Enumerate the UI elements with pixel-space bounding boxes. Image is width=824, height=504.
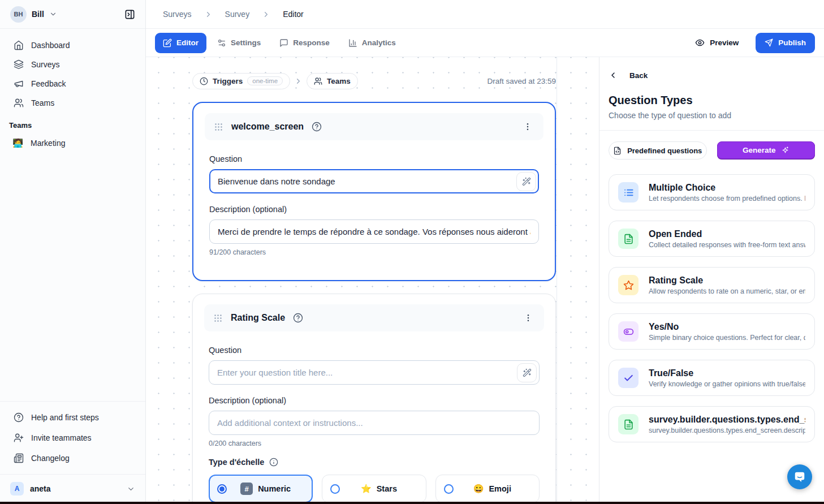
card-header: welcome_screen	[205, 113, 543, 140]
user-menu-button[interactable]: A aneta	[9, 481, 136, 497]
tab-editor[interactable]: Editor	[155, 33, 206, 53]
card-menu-button[interactable]	[521, 311, 535, 325]
smiley-emoji: 😀	[473, 484, 484, 494]
chevron-left-icon	[609, 71, 618, 80]
description-input-wrap	[209, 411, 540, 435]
type-description: Let respondents choose from predefined o…	[649, 195, 805, 203]
type-card-yes-no[interactable]: Yes/No Simple binary choice questions. P…	[609, 313, 815, 350]
user-name: aneta	[30, 484, 51, 493]
tab-analytics[interactable]: Analytics	[340, 33, 404, 53]
drag-handle-icon[interactable]	[214, 122, 223, 132]
ai-rewrite-button[interactable]	[517, 363, 537, 382]
triggers-chip[interactable]: Triggers one-time	[192, 73, 290, 89]
nav-label: Feedback	[31, 79, 66, 88]
type-card-true-false[interactable]: True/False Verify knowledge or gather op…	[609, 360, 815, 396]
kebab-icon	[523, 122, 532, 131]
description-input[interactable]	[209, 219, 539, 244]
scale-type-row: Type d'échelle	[209, 458, 540, 467]
generate-button[interactable]: Generate	[717, 141, 816, 159]
scale-type-label: Type d'échelle	[209, 458, 264, 467]
sidebar-collapse-button[interactable]	[122, 7, 137, 22]
check-icon	[618, 368, 639, 388]
file-code-icon	[613, 147, 622, 155]
help-circle-icon	[14, 412, 24, 423]
app-window: BH Bill Dashboard	[0, 0, 824, 504]
chevron-right-icon	[262, 10, 270, 19]
clock-icon	[200, 77, 208, 85]
hash-icon: #	[240, 483, 253, 495]
toggle-icon	[618, 321, 639, 342]
scale-option-stars[interactable]: ⭐ Stars	[322, 475, 426, 503]
kebab-icon	[524, 313, 533, 322]
type-card-open-ended[interactable]: Open Ended Collect detailed responses wi…	[609, 221, 815, 257]
radio-unchecked	[444, 484, 454, 494]
nav-label: Dashboard	[31, 41, 70, 50]
card-menu-button[interactable]	[521, 120, 534, 133]
predefined-questions-button[interactable]: Predefined questions	[609, 141, 707, 160]
type-card-multiple-choice[interactable]: Multiple Choice Let respondents choose f…	[609, 174, 815, 210]
teams-chip[interactable]: Teams	[307, 73, 358, 89]
panel-subtitle: Choose the type of question to add	[609, 111, 815, 120]
panel-collapse-icon	[124, 9, 135, 20]
drag-handle-icon[interactable]	[213, 313, 223, 323]
type-card-end-screen[interactable]: survey.builder.questions.types.end_scr..…	[609, 406, 815, 442]
type-description: survey.builder.questions.types.end_scree…	[649, 427, 805, 434]
sidebar-item-invite[interactable]: Invite teammates	[0, 428, 145, 448]
info-icon[interactable]	[269, 458, 278, 467]
question-label: Question	[209, 154, 539, 163]
scale-option-numeric[interactable]: # Numeric	[209, 475, 313, 503]
chevron-right-icon	[204, 10, 213, 19]
breadcrumb-surveys[interactable]: Surveys	[163, 10, 192, 19]
tab-label: Settings	[231, 38, 261, 47]
question-card-welcome-screen[interactable]: welcome_screen Question	[192, 102, 556, 281]
char-counter: 91/200 characters	[209, 248, 539, 256]
description-input[interactable]	[209, 411, 540, 435]
sidebar-item-changelog[interactable]: Changelog	[0, 448, 145, 468]
back-button[interactable]: Back	[609, 71, 648, 80]
workspace-switcher[interactable]: BH Bill	[10, 6, 57, 23]
preview-button[interactable]: Preview	[692, 37, 742, 48]
option-label: Numeric	[258, 484, 291, 493]
chevron-down-icon	[127, 485, 135, 493]
user-plus-icon	[14, 433, 24, 443]
scale-option-emoji[interactable]: 😀 Emoji	[435, 475, 540, 503]
chat-launcher-button[interactable]	[787, 464, 812, 489]
sidebar: BH Bill Dashboard	[0, 0, 146, 504]
back-label: Back	[629, 71, 648, 80]
publish-label: Publish	[778, 38, 806, 47]
option-label: Emoji	[489, 484, 511, 493]
triggers-label: Triggers	[213, 77, 243, 85]
publish-button[interactable]: Publish	[756, 33, 815, 53]
teams-section-label: Teams	[0, 113, 145, 133]
sidebar-item-feedback[interactable]: Feedback	[0, 74, 145, 93]
chevron-right-icon	[294, 77, 303, 85]
card-body: Question Description (optional)	[193, 331, 555, 504]
sliders-icon	[217, 38, 226, 48]
draft-status: Draft saved at 23:59	[487, 77, 556, 85]
char-counter: 0/200 characters	[209, 440, 540, 447]
question-card-rating-scale[interactable]: Rating Scale Question	[192, 294, 556, 504]
sidebar-item-help[interactable]: Help and first steps	[0, 407, 145, 428]
editor-content: Triggers one-time Teams Draft sav	[146, 57, 824, 504]
breadcrumb-editor: Editor	[283, 10, 304, 19]
question-type-list: Multiple Choice Let respondents choose f…	[609, 174, 815, 442]
help-circle-icon[interactable]	[293, 313, 303, 323]
newspaper-icon	[14, 453, 24, 463]
sidebar-item-dashboard[interactable]: Dashboard	[0, 36, 145, 55]
question-input[interactable]	[209, 169, 539, 193]
question-input[interactable]	[209, 360, 540, 385]
tab-settings[interactable]: Settings	[209, 33, 269, 53]
main-area: Surveys Survey Editor Editor	[146, 0, 824, 504]
sidebar-item-teams[interactable]: Teams	[0, 93, 145, 113]
tab-response[interactable]: Response	[271, 33, 338, 53]
breadcrumb-survey[interactable]: Survey	[225, 10, 250, 19]
message-square-icon	[279, 38, 288, 48]
sidebar-footer: Help and first steps Invite teammates Ch…	[0, 401, 145, 474]
tab-label: Analytics	[362, 38, 396, 47]
ai-rewrite-button[interactable]	[516, 172, 536, 191]
sidebar-item-surveys[interactable]: Surveys	[0, 55, 145, 74]
help-circle-icon[interactable]	[312, 122, 322, 132]
sidebar-item-marketing[interactable]: 🧑‍💻 Marketing	[0, 133, 145, 153]
send-icon	[765, 38, 773, 47]
type-card-rating-scale[interactable]: Rating Scale Allow respondents to rate o…	[609, 267, 815, 303]
